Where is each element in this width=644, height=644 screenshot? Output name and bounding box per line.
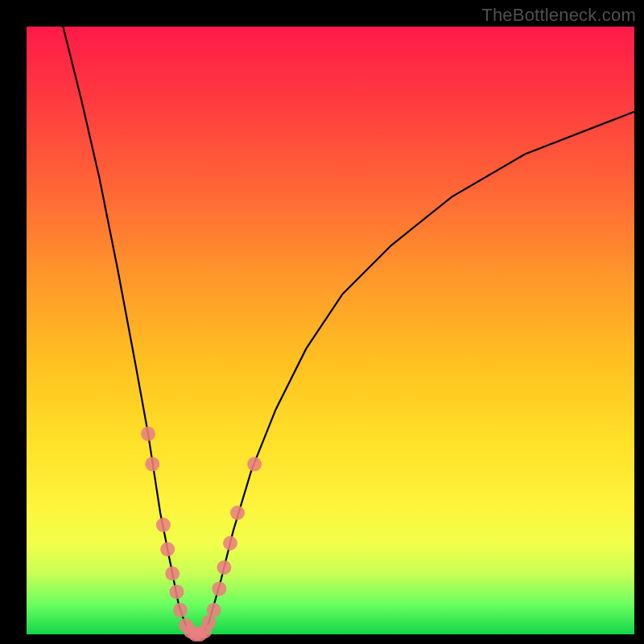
sample-marker — [145, 457, 159, 472]
sample-marker — [247, 457, 262, 472]
sample-marker — [160, 542, 175, 556]
bottleneck-curve — [63, 27, 634, 634]
sample-marker — [141, 427, 155, 441]
chart-svg — [27, 27, 634, 634]
sample-marker — [165, 567, 180, 581]
sample-marker — [169, 584, 184, 599]
chart-frame: TheBottleneck.com — [0, 0, 644, 644]
sample-marker — [223, 536, 237, 551]
watermark-text: TheBottleneck.com — [481, 5, 636, 26]
sample-marker — [156, 518, 171, 532]
marker-layer — [141, 427, 262, 642]
sample-marker — [173, 603, 188, 617]
sample-marker — [212, 581, 226, 596]
sample-marker — [230, 506, 245, 520]
sample-marker — [207, 603, 221, 617]
sample-marker — [217, 560, 231, 575]
curve-layer — [63, 27, 634, 634]
